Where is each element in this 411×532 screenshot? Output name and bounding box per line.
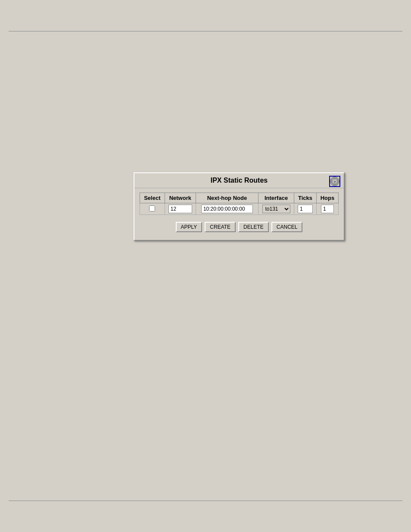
delete-button[interactable]: DELETE — [238, 222, 269, 232]
action-buttons-row: APPLY CREATE DELETE CANCEL — [140, 219, 339, 236]
help-icon: ? — [330, 177, 339, 186]
cell-hops — [316, 203, 338, 215]
table-row: to131 to132 to133 — [140, 203, 339, 215]
dialog-title-bar: IPX Static Routes ? — [134, 173, 344, 188]
cell-nexthop — [196, 203, 258, 215]
network-input[interactable] — [168, 205, 192, 213]
col-header-select: Select — [140, 193, 165, 203]
routes-table: Select Network Next-hop Node Interface T… — [140, 193, 339, 215]
apply-button[interactable]: APPLY — [176, 222, 202, 232]
bottom-divider — [9, 501, 402, 501]
dialog-content: Select Network Next-hop Node Interface T… — [134, 188, 344, 240]
help-icon-svg: ? — [331, 177, 339, 185]
cell-network — [165, 203, 196, 215]
dialog-title: IPX Static Routes — [211, 177, 268, 184]
interface-select[interactable]: to131 to132 to133 — [262, 205, 290, 213]
svg-text:?: ? — [334, 180, 336, 184]
cancel-button[interactable]: CANCEL — [271, 222, 303, 232]
ticks-input[interactable] — [298, 205, 313, 213]
col-header-ticks: Ticks — [294, 193, 317, 203]
nexthop-input[interactable] — [201, 205, 253, 213]
cell-select — [140, 203, 165, 215]
ipx-static-routes-dialog: IPX Static Routes ? Select Network Next-… — [134, 172, 345, 241]
help-button[interactable]: ? — [329, 176, 340, 187]
top-divider — [9, 31, 402, 31]
create-button[interactable]: CREATE — [205, 222, 236, 232]
cell-ticks — [294, 203, 317, 215]
table-header-row: Select Network Next-hop Node Interface T… — [140, 193, 339, 203]
cell-interface: to131 to132 to133 — [258, 203, 294, 215]
col-header-network: Network — [165, 193, 196, 203]
row-select-checkbox[interactable] — [149, 205, 155, 212]
col-header-interface: Interface — [258, 193, 294, 203]
col-header-hops: Hops — [316, 193, 338, 203]
col-header-nexthop: Next-hop Node — [196, 193, 258, 203]
hops-input[interactable] — [321, 205, 334, 213]
